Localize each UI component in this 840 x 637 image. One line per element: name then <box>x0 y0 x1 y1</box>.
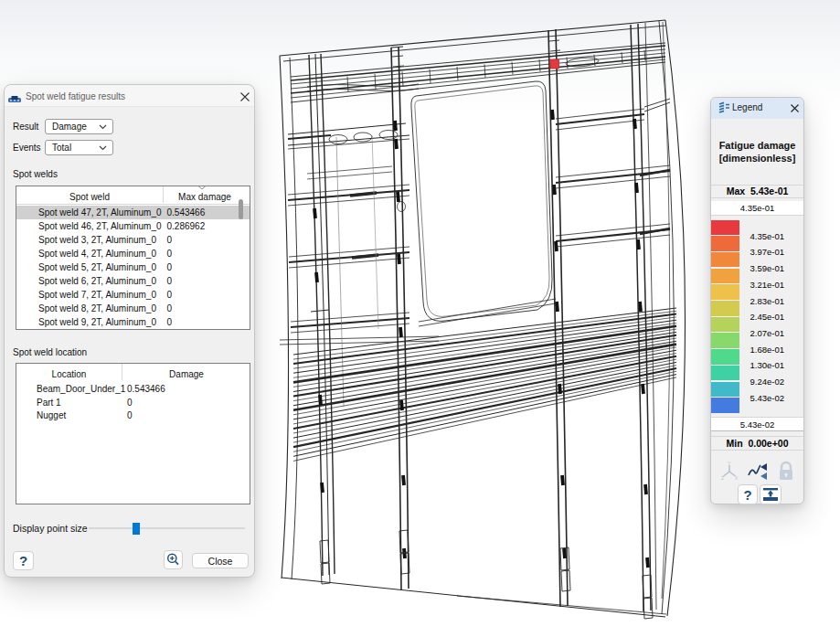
svg-text:X: X <box>735 475 739 481</box>
svg-text:Z: Z <box>721 475 724 481</box>
svg-text:Y: Y <box>728 462 731 466</box>
